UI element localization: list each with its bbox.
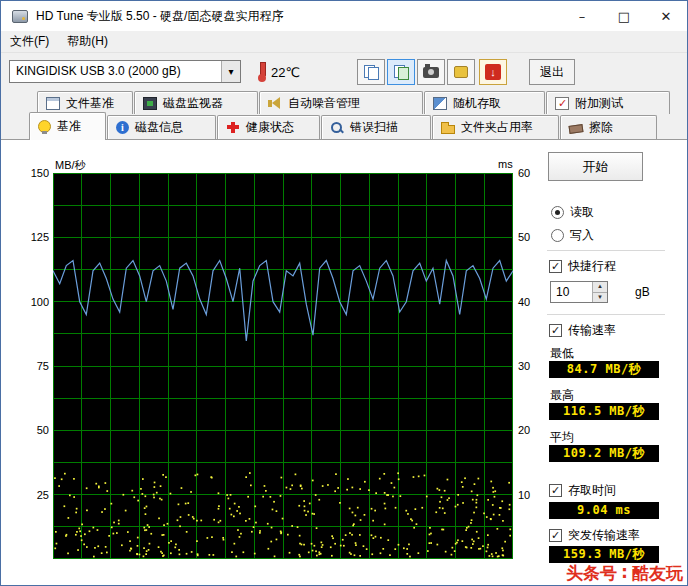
- watermark: 头条号 ∶ 酷友玩: [566, 562, 683, 585]
- y-axis-tick-right: 30: [518, 360, 530, 372]
- tab-erase[interactable]: 擦除: [560, 115, 657, 139]
- tab-extra-tests[interactable]: 附加测试: [546, 91, 670, 114]
- y-axis-tick-right: 20: [518, 424, 530, 436]
- download-icon: ↓: [485, 64, 501, 80]
- window-title: HD Tune 专业版 5.50 - 硬盘/固态硬盘实用程序: [36, 8, 283, 25]
- export-button[interactable]: [447, 59, 475, 85]
- random-access-icon: [433, 97, 447, 110]
- y-axis-tick-right: 60: [518, 167, 530, 179]
- start-button[interactable]: 开始: [548, 152, 643, 181]
- tab-disk-monitor[interactable]: 磁盘监视器: [134, 91, 258, 114]
- transfer-rate-label: 传输速率: [568, 322, 616, 339]
- window-controls: – □ ✕: [561, 1, 687, 31]
- download-button[interactable]: ↓: [479, 59, 507, 85]
- benchmark-lamp-icon: [38, 120, 51, 133]
- drive-select-value: KINGIDISK USB 3.0 (2000 gB): [16, 64, 181, 78]
- erase-icon: [569, 124, 584, 134]
- drive-select[interactable]: KINGIDISK USB 3.0 (2000 gB) ▾: [9, 60, 241, 83]
- exit-button[interactable]: 退出: [529, 59, 575, 85]
- tab-error-scan[interactable]: 错误扫描: [321, 115, 431, 139]
- separator: [547, 314, 665, 315]
- copy-icon: [364, 65, 379, 79]
- disk-info-icon: [116, 121, 129, 134]
- spinner: ▲ ▼: [592, 282, 607, 302]
- burst-rate-checkbox[interactable]: ✓ 突发传输速率: [549, 527, 640, 544]
- y-axis-tick: 150: [19, 167, 49, 179]
- tab-noise-management[interactable]: 自动噪音管理: [259, 91, 423, 114]
- checkbox-icon[interactable]: ✓: [549, 260, 562, 273]
- temperature-value: 22℃: [271, 65, 300, 80]
- minimize-button[interactable]: –: [561, 1, 603, 31]
- burst-rate-value: 159.3 MB/秒: [549, 546, 659, 563]
- maximize-button[interactable]: □: [603, 1, 645, 31]
- shortstroke-unit: gB: [635, 285, 650, 299]
- tab-label: 基准: [57, 118, 81, 135]
- access-time-value: 9.04 ms: [549, 502, 659, 519]
- title-bar: HD Tune 专业版 5.50 - 硬盘/固态硬盘实用程序 – □ ✕: [1, 1, 687, 31]
- tab-label: 错误扫描: [350, 119, 398, 136]
- read-radio[interactable]: 读取: [551, 204, 594, 221]
- menu-bar: 文件(F) 帮助(H): [1, 31, 687, 53]
- watermark-divider: ∶: [622, 563, 627, 584]
- avg-label: 平均: [550, 429, 574, 446]
- error-scan-icon: [330, 121, 344, 134]
- left-axis-unit: MB/秒: [55, 158, 86, 173]
- min-value: 84.7 MB/秒: [549, 361, 659, 378]
- burst-rate-label: 突发传输速率: [568, 527, 640, 544]
- shortstroke-label: 快捷行程: [568, 258, 616, 275]
- copy-image-icon: [394, 65, 409, 79]
- copy-screenshot-button[interactable]: [387, 59, 415, 85]
- benchmark-chart: [53, 173, 513, 559]
- temperature-display: 22℃: [257, 60, 300, 84]
- tab-label: 文件基准: [66, 95, 114, 112]
- watermark-prefix: 头条号: [566, 562, 617, 585]
- write-label: 写入: [570, 227, 594, 244]
- spin-down-icon[interactable]: ▼: [592, 292, 607, 303]
- shortstroke-size-input[interactable]: 10 ▲ ▼: [550, 281, 608, 303]
- hdtune-window: HD Tune 专业版 5.50 - 硬盘/固态硬盘实用程序 – □ ✕ 文件(…: [0, 0, 688, 586]
- tab-label: 磁盘监视器: [163, 95, 223, 112]
- y-axis-tick-right: 50: [518, 231, 530, 243]
- tab-health[interactable]: 健康状态: [217, 115, 320, 139]
- access-time-checkbox[interactable]: ✓ 存取时间: [549, 482, 616, 499]
- tab-file-benchmark[interactable]: 文件基准: [37, 91, 133, 114]
- radio-icon[interactable]: [551, 206, 564, 219]
- shortstroke-size-value: 10: [556, 285, 569, 299]
- gb-label: gB: [635, 285, 650, 299]
- file-benchmark-icon: [46, 97, 60, 110]
- checkbox-icon[interactable]: ✓: [549, 484, 562, 497]
- save-screenshot-button[interactable]: [417, 59, 445, 85]
- shortstroke-checkbox[interactable]: ✓ 快捷行程: [549, 258, 616, 275]
- disk-monitor-icon: [143, 97, 157, 110]
- checkbox-icon[interactable]: ✓: [549, 529, 562, 542]
- tab-benchmark[interactable]: 基准: [29, 112, 106, 140]
- copy-results-button[interactable]: [357, 59, 385, 85]
- checkbox-icon[interactable]: ✓: [549, 324, 562, 337]
- min-label: 最低: [550, 345, 574, 362]
- menu-file[interactable]: 文件(F): [1, 30, 58, 53]
- y-axis-tick: 100: [19, 296, 49, 308]
- menu-help[interactable]: 帮助(H): [58, 30, 117, 53]
- y-axis-tick: 125: [19, 231, 49, 243]
- spin-up-icon[interactable]: ▲: [592, 282, 607, 292]
- extra-tests-icon: [555, 97, 569, 110]
- max-value: 116.5 MB/秒: [549, 403, 659, 420]
- write-radio[interactable]: 写入: [551, 227, 594, 244]
- max-label: 最高: [550, 387, 574, 404]
- toolbar: KINGIDISK USB 3.0 (2000 gB) ▾ 22℃ ↓ 退出: [1, 53, 687, 91]
- access-time-label: 存取时间: [568, 482, 616, 499]
- watermark-name: 酷友玩: [632, 562, 683, 585]
- y-axis-tick: 25: [19, 489, 49, 501]
- folder-usage-icon: [441, 125, 455, 134]
- radio-icon[interactable]: [551, 229, 564, 242]
- tab-random-access[interactable]: 随机存取: [424, 91, 545, 114]
- chevron-down-icon[interactable]: ▾: [221, 61, 240, 82]
- transfer-rate-checkbox[interactable]: ✓ 传输速率: [549, 322, 616, 339]
- avg-value: 109.2 MB/秒: [549, 445, 659, 462]
- tab-folder-usage[interactable]: 文件夹占用率: [432, 115, 559, 139]
- thermometer-icon: [257, 62, 267, 82]
- tab-label: 擦除: [589, 119, 613, 136]
- right-axis-unit: ms: [498, 158, 513, 170]
- tab-disk-info[interactable]: 磁盘信息: [107, 115, 216, 139]
- close-button[interactable]: ✕: [645, 1, 687, 31]
